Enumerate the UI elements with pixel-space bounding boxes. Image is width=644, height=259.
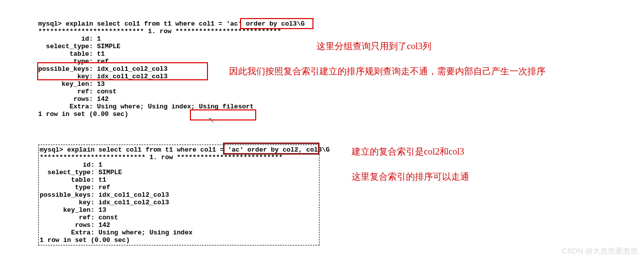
field-ref: ref: const — [38, 88, 117, 95]
field-extra-2: Extra: Using where; Using index — [40, 229, 192, 236]
field-type-2: type: ref — [40, 184, 110, 191]
field-select-type: select_type: SIMPLE — [38, 43, 121, 50]
field-id: id: 1 — [38, 35, 101, 43]
footer-2: 1 row in set (0.00 sec) — [40, 236, 130, 244]
field-key-2: key: idx_col1_col2_col3 — [40, 199, 169, 206]
field-table-2: table: t1 — [40, 176, 106, 184]
watermark: CSDN @大忽悠爱忽悠 — [562, 246, 638, 256]
highlight-index-keys — [37, 62, 208, 80]
field-ref-2: ref: const — [40, 214, 118, 221]
field-key-len: key_len: 13 — [38, 80, 105, 88]
annotation-2: 因此我们按照复合索引建立的排序规则查询走不通，需要内部自己产生一次排序 — [229, 64, 636, 79]
field-possible-keys-2: possible_keys: idx_col1_col2_col3 — [40, 191, 169, 199]
field-select-type-2: select_type: SIMPLE — [40, 169, 122, 176]
highlight-orderby-col3 — [240, 18, 313, 29]
field-table: table: t1 — [38, 50, 105, 58]
row-header-2: *************************** 1. row *****… — [40, 154, 283, 161]
mysql-output-2: mysql> explain select col1 from t1 where… — [38, 145, 319, 245]
annotation-1: 这里分组查询只用到了col3列 — [316, 40, 432, 52]
field-rows: rows: 142 — [38, 95, 109, 103]
highlight-using-filesort — [190, 109, 256, 120]
footer-1: 1 row in set (0.00 sec) — [38, 110, 128, 118]
annotation-4: 这里复合索引的排序可以走通 — [352, 171, 469, 183]
field-key-len-2: key_len: 13 — [40, 206, 106, 214]
highlight-orderby-col2-col3 — [223, 143, 319, 155]
annotation-3: 建立的复合索引是col2和col3 — [352, 146, 464, 158]
field-id-2: id: 1 — [40, 161, 102, 169]
cursor-icon: ↖ — [208, 115, 214, 125]
field-rows-2: rows: 142 — [40, 221, 110, 229]
